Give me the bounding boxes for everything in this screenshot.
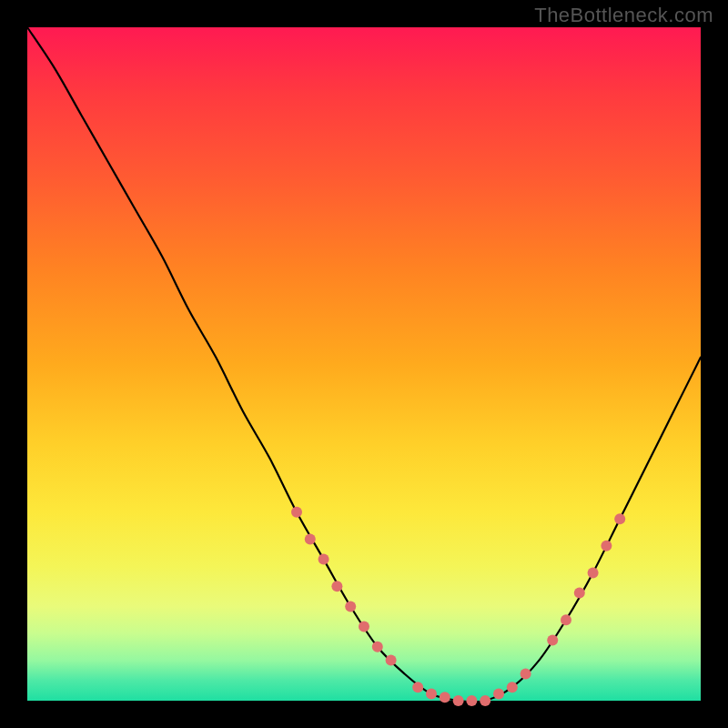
chart-stage: TheBottleneck.com [0,0,728,728]
curve-marker [412,682,423,693]
curve-marker [291,507,302,518]
curve-marker [345,601,356,612]
curve-marker [453,695,464,706]
curve-marker [359,622,369,632]
curve-marker [521,668,531,679]
curve-marker [561,614,571,625]
watermark-text: TheBottleneck.com [534,4,713,27]
curve-marker [331,581,342,592]
curve-marker [614,513,625,524]
curve-marker [601,541,612,551]
curve-marker [305,533,316,544]
curve-marker [440,692,450,703]
plot-area [27,27,701,701]
curve-marker [574,588,585,599]
curve-marker [386,655,397,666]
curve-marker [480,695,490,706]
curve-marker [372,642,383,652]
curve-layer [27,27,701,701]
curve-marker [588,567,599,578]
curve-marker [466,695,477,706]
curve-marker [493,689,504,700]
curve-marker [507,682,518,693]
bottleneck-curve [27,27,701,702]
curve-marker [547,634,558,645]
curve-marker [426,689,437,700]
curve-marker [318,554,329,565]
